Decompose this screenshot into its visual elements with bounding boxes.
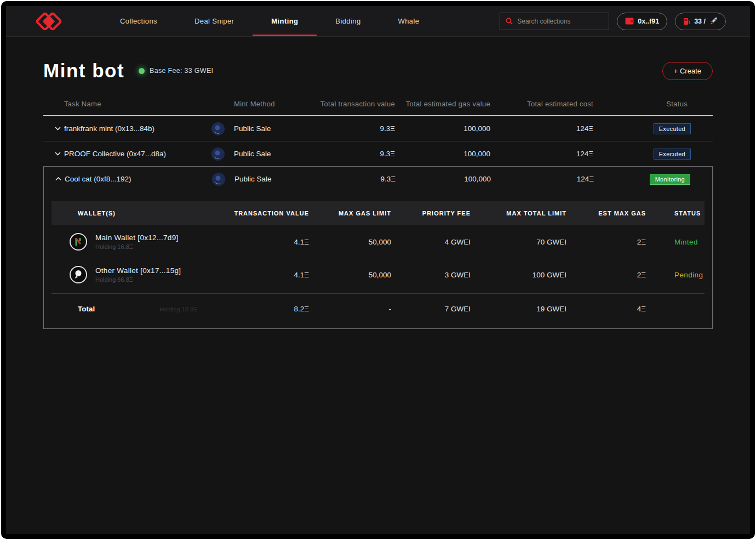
mint-method: Public Sale	[234, 175, 317, 183]
chevron-up-icon[interactable]	[44, 177, 65, 181]
estimated-cost: 124Ξ	[497, 150, 612, 158]
wallet-status: Minted	[646, 238, 705, 246]
screenshot-frame: Collections Deal Sniper Minting Bidding …	[1, 1, 755, 539]
transaction-value: 9.3Ξ	[316, 124, 398, 133]
gas-count-label: 33 /	[694, 18, 706, 25]
wallet-holding: Holding 66.8Ξ	[95, 276, 181, 283]
wallet-texts: Other Wallet [0x17...15g] Holding 66.8Ξ	[95, 266, 181, 283]
max-total-limit: 100 GWEI	[471, 271, 566, 279]
task-table-header: Task Name Mint Method Total transaction …	[43, 92, 713, 116]
wallet-address-label: 0x..f91	[638, 18, 659, 25]
task-row-proof-collective[interactable]: PROOF Collective (0x47...d8a) Public Sal…	[43, 141, 713, 167]
double-diamond-logo-icon	[35, 11, 63, 32]
app-window: Collections Deal Sniper Minting Bidding …	[6, 6, 750, 534]
col-total-estimated-cost: Total estimated cost	[497, 99, 612, 109]
expanded-task-panel: Cool cat (0xf8...192) Public Sale 9.3Ξ 1…	[43, 166, 713, 329]
gas-value: 100,000	[398, 150, 497, 158]
wallet-holding: Holding 16.8Ξ	[95, 243, 179, 250]
chevron-down-icon[interactable]	[43, 127, 64, 130]
transaction-value: 9.3Ξ	[316, 150, 398, 158]
mint-method: Public Sale	[234, 150, 316, 158]
search-icon	[506, 18, 513, 25]
task-row-cool-cat[interactable]: Cool cat (0xf8...192) Public Sale 9.3Ξ 1…	[44, 167, 712, 191]
task-name: PROOF Collective (0x47...d8a)	[64, 150, 202, 158]
max-total-limit: 70 GWEI	[471, 238, 566, 246]
task-row-frankfrank[interactable]: frankfrank mint (0x13...84b) Public Sale…	[43, 116, 713, 141]
main-content: Mint bot Base Fee: 33 GWEI + Create Task…	[6, 37, 750, 534]
total-priority-fee: 7 GWEI	[391, 305, 471, 313]
col-mint-method: Mint Method	[234, 99, 316, 109]
total-label: Total	[78, 305, 95, 313]
total-holding: Holding 18.8Ξ	[159, 306, 197, 312]
col-wallets: WALLET(S)	[51, 210, 216, 217]
col-max-gas-limit: MAX GAS LIMIT	[309, 210, 391, 217]
wallet-table: WALLET(S) TRANSACTION VALUE MAX GAS LIMI…	[44, 191, 712, 328]
col-wallet-status: STATUS	[646, 210, 705, 217]
wallet-texts: Main Wallet [0x12...7d9] Holding 16.8Ξ	[95, 234, 179, 250]
wallet-table-header: WALLET(S) TRANSACTION VALUE MAX GAS LIMI…	[51, 201, 705, 225]
collection-avatar-icon	[202, 147, 234, 161]
base-fee-label: Base Fee: 33 GWEI	[150, 67, 213, 75]
other-wallet-avatar-icon	[69, 265, 88, 284]
priority-fee: 3 GWEI	[391, 271, 471, 279]
status-cell: Executed	[612, 149, 713, 160]
estimated-cost: 124Ξ	[497, 175, 612, 183]
col-total-transaction-value: Total transaction value	[316, 99, 398, 109]
nav-link-collections[interactable]: Collections	[101, 6, 176, 36]
gas-tracker-button[interactable]: 33 /	[675, 13, 726, 30]
gas-pump-icon	[683, 18, 690, 25]
total-est-max-gas: 4Ξ	[566, 305, 646, 313]
estimated-cost: 124Ξ	[497, 124, 612, 133]
collection-avatar-icon	[203, 172, 234, 186]
navbar-right: 0x..f91 33 /	[500, 6, 726, 36]
transaction-value: 9.3Ξ	[317, 175, 399, 183]
transaction-value: 4.1Ξ	[216, 271, 309, 279]
status-badge: Executed	[654, 149, 691, 160]
top-navbar: Collections Deal Sniper Minting Bidding …	[6, 6, 750, 37]
nav-link-whale[interactable]: Whale	[380, 6, 438, 36]
nav-links: Collections Deal Sniper Minting Bidding …	[101, 6, 438, 36]
max-gas-limit: 50,000	[309, 238, 391, 246]
col-total-estimated-gas: Total estimated gas value	[398, 99, 497, 109]
search-input[interactable]	[517, 18, 599, 25]
wallet-total-row: Total Holding 18.8Ξ 8.2Ξ - 7 GWEI 19 GWE…	[51, 293, 705, 324]
status-cell: Executed	[612, 123, 713, 134]
nav-link-minting[interactable]: Minting	[253, 6, 317, 36]
task-name: frankfrank mint (0x13...84b)	[64, 124, 202, 133]
wallet-identity: Main Wallet [0x12...7d9] Holding 16.8Ξ	[51, 232, 216, 251]
wallet-name: Main Wallet [0x12...7d9]	[95, 234, 179, 242]
wallet-address-button[interactable]: 0x..f91	[617, 13, 667, 30]
max-gas-limit: 50,000	[309, 271, 391, 279]
est-max-gas: 2Ξ	[566, 238, 646, 246]
status-badge: Monitoring	[650, 174, 690, 185]
task-name: Cool cat (0xf8...192)	[65, 175, 203, 183]
wallet-status: Pending	[646, 271, 705, 279]
est-max-gas: 2Ξ	[566, 271, 646, 279]
status-badge: Executed	[654, 123, 691, 134]
main-wallet-avatar-icon	[69, 232, 88, 251]
total-max-gas-limit: -	[309, 305, 391, 313]
wallet-row-main[interactable]: Main Wallet [0x12...7d9] Holding 16.8Ξ 4…	[51, 225, 705, 258]
wallet-row-other[interactable]: Other Wallet [0x17...15g] Holding 66.8Ξ …	[51, 258, 705, 291]
total-transaction-value: 8.2Ξ	[216, 305, 309, 313]
col-est-max-gas: EST MAX GAS	[566, 210, 646, 217]
status-dot-icon	[139, 68, 145, 74]
nav-link-bidding[interactable]: Bidding	[317, 6, 379, 36]
transaction-value: 4.1Ξ	[216, 238, 309, 246]
rocket-icon	[709, 17, 718, 25]
gas-value: 100,000	[399, 175, 497, 183]
col-task-name: Task Name	[64, 99, 202, 109]
nav-link-deal-sniper[interactable]: Deal Sniper	[176, 6, 253, 36]
priority-fee: 4 GWEI	[391, 238, 471, 246]
chevron-down-icon[interactable]	[43, 152, 64, 156]
col-transaction-value: TRANSACTION VALUE	[216, 210, 309, 217]
brand-logo[interactable]	[35, 6, 63, 36]
search-box[interactable]	[500, 13, 609, 30]
base-fee-indicator: Base Fee: 33 GWEI	[139, 67, 213, 75]
col-max-total-limit: MAX TOTAL LIMIT	[471, 210, 566, 217]
gas-value: 100,000	[398, 124, 497, 133]
page-title: Mint bot	[43, 60, 124, 82]
col-status: Status	[612, 99, 713, 109]
col-priority-fee: PRIORITY FEE	[391, 210, 471, 217]
create-task-button[interactable]: + Create	[662, 62, 713, 80]
